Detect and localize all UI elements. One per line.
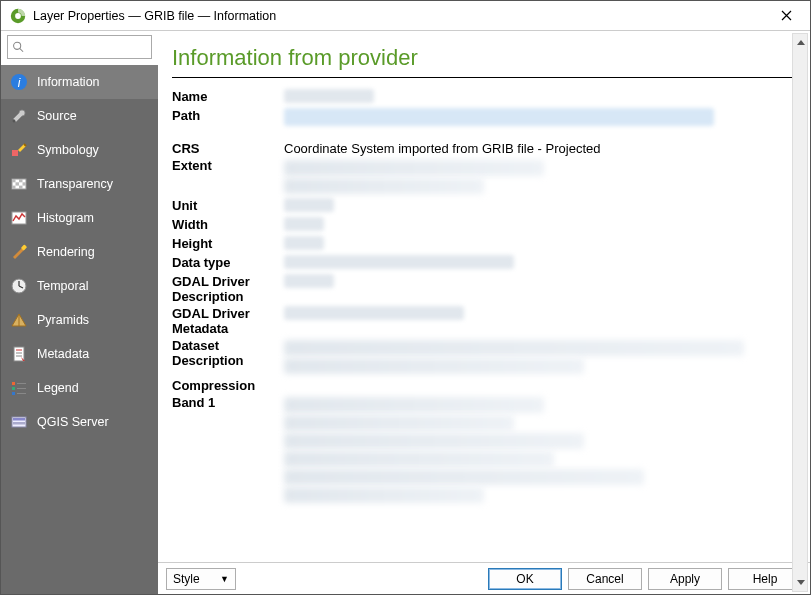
value <box>284 305 792 337</box>
chart-icon <box>9 208 29 228</box>
wrench-icon <box>9 106 29 126</box>
search-icon <box>12 40 25 54</box>
sidebar-item-label: Pyramids <box>37 313 89 327</box>
transparency-icon <box>9 174 29 194</box>
sidebar-item-label: Metadata <box>37 347 89 361</box>
value <box>284 377 792 394</box>
svg-rect-27 <box>12 387 15 390</box>
svg-rect-11 <box>16 182 20 185</box>
sidebar-item-label: Histogram <box>37 211 94 225</box>
sidebar-item-label: Temporal <box>37 279 88 293</box>
value <box>284 197 792 216</box>
sidebar-item-histogram[interactable]: Histogram <box>1 201 158 235</box>
sidebar-item-label: Source <box>37 109 77 123</box>
sidebar-item-label: QGIS Server <box>37 415 109 429</box>
vertical-scrollbar[interactable] <box>792 33 808 592</box>
svg-point-2 <box>14 42 21 49</box>
legend-icon <box>9 378 29 398</box>
row-datatype: Data type <box>172 254 792 273</box>
search-input[interactable] <box>25 40 151 54</box>
dialog-window: Layer Properties — GRIB file — Informati… <box>0 0 811 595</box>
key: Extent <box>172 157 284 197</box>
row-band1: Band 1 <box>172 394 792 506</box>
svg-point-1 <box>15 13 21 19</box>
window-title: Layer Properties — GRIB file — Informati… <box>33 9 766 23</box>
value <box>284 88 792 107</box>
svg-text:i: i <box>18 76 21 90</box>
section-divider <box>172 77 792 78</box>
paint-icon <box>9 242 29 262</box>
style-menu-button[interactable]: Style ▼ <box>166 568 236 590</box>
style-label: Style <box>173 572 200 586</box>
row-gdal-meta: GDAL Driver Metadata <box>172 305 792 337</box>
value: Coordinate System imported from GRIB fil… <box>284 140 792 157</box>
app-icon <box>9 7 27 25</box>
row-name: Name <box>172 88 792 107</box>
dialog-body: i Information Source Symbology Transpare… <box>1 31 810 594</box>
server-icon <box>9 412 29 432</box>
key: Unit <box>172 197 284 216</box>
svg-rect-34 <box>13 422 25 425</box>
key: Name <box>172 88 284 107</box>
doc-icon <box>9 344 29 364</box>
info-table: Name Path CRSCoordinate System imported … <box>172 88 792 506</box>
row-dataset-desc: Dataset Description <box>172 337 792 377</box>
sidebar-item-metadata[interactable]: Metadata <box>1 337 158 371</box>
value <box>284 107 792 130</box>
sidebar-item-label: Symbology <box>37 143 99 157</box>
sidebar-item-label: Rendering <box>37 245 95 259</box>
sidebar-item-transparency[interactable]: Transparency <box>1 167 158 201</box>
sidebar-item-source[interactable]: Source <box>1 99 158 133</box>
apply-button[interactable]: Apply <box>648 568 722 590</box>
value <box>284 394 792 506</box>
svg-rect-10 <box>19 179 23 182</box>
row-path: Path <box>172 107 792 130</box>
row-crs: CRSCoordinate System imported from GRIB … <box>172 140 792 157</box>
left-column: i Information Source Symbology Transpare… <box>1 31 158 594</box>
sidebar-item-qgis-server[interactable]: QGIS Server <box>1 405 158 439</box>
chevron-down-icon: ▼ <box>220 574 229 584</box>
pyramid-icon <box>9 310 29 330</box>
sidebar-item-pyramids[interactable]: Pyramids <box>1 303 158 337</box>
value <box>284 254 792 273</box>
search-wrapper <box>1 31 158 65</box>
sidebar-item-information[interactable]: i Information <box>1 65 158 99</box>
key: GDAL Driver Description <box>172 273 284 305</box>
ok-button[interactable]: OK <box>488 568 562 590</box>
sidebar-item-temporal[interactable]: Temporal <box>1 269 158 303</box>
search-box[interactable] <box>7 35 152 59</box>
key: Data type <box>172 254 284 273</box>
row-width: Width <box>172 216 792 235</box>
key: Path <box>172 107 284 130</box>
row-gdal-desc: GDAL Driver Description <box>172 273 792 305</box>
key: Height <box>172 235 284 254</box>
button-bar: Style ▼ OK Cancel Apply Help <box>158 562 810 594</box>
info-icon: i <box>9 72 29 92</box>
svg-rect-7 <box>12 150 18 156</box>
svg-line-3 <box>20 49 23 52</box>
key: Compression <box>172 377 284 394</box>
sidebar-item-label: Legend <box>37 381 79 395</box>
row-height: Height <box>172 235 792 254</box>
svg-rect-14 <box>19 186 23 189</box>
main-column: Information from provider Name Path CRSC… <box>158 31 810 594</box>
sidebar-item-symbology[interactable]: Symbology <box>1 133 158 167</box>
value <box>284 235 792 254</box>
svg-rect-12 <box>23 182 27 185</box>
svg-rect-9 <box>12 179 16 182</box>
svg-rect-13 <box>12 186 16 189</box>
row-extent: Extent <box>172 157 792 197</box>
sidebar-item-label: Information <box>37 75 100 89</box>
help-button[interactable]: Help <box>728 568 802 590</box>
value <box>284 273 792 305</box>
sidebar-item-legend[interactable]: Legend <box>1 371 158 405</box>
svg-rect-28 <box>12 392 15 395</box>
title-bar: Layer Properties — GRIB file — Informati… <box>1 1 810 31</box>
brush-icon <box>9 140 29 160</box>
value <box>284 216 792 235</box>
sidebar: i Information Source Symbology Transpare… <box>1 65 158 594</box>
value <box>284 157 792 197</box>
close-button[interactable] <box>766 2 806 30</box>
cancel-button[interactable]: Cancel <box>568 568 642 590</box>
sidebar-item-rendering[interactable]: Rendering <box>1 235 158 269</box>
